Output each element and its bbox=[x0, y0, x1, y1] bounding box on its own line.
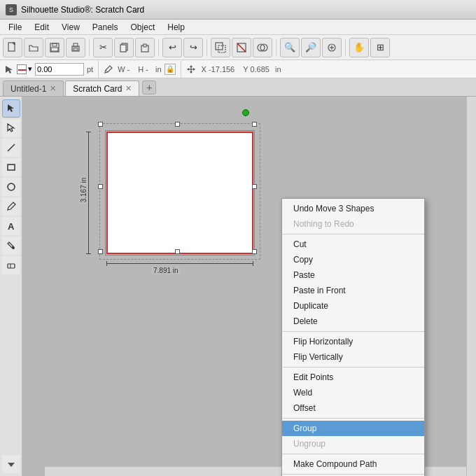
handle-middle-right[interactable] bbox=[252, 184, 257, 189]
zoom-in-button[interactable]: 🔍 bbox=[280, 38, 300, 57]
svg-marker-38 bbox=[8, 463, 15, 467]
svg-text:A: A bbox=[8, 221, 15, 231]
cut-button[interactable]: ✂ bbox=[93, 38, 113, 57]
handle-bottom-right[interactable] bbox=[252, 249, 257, 254]
svg-marker-30 bbox=[8, 124, 14, 132]
svg-marker-27 bbox=[187, 68, 189, 71]
handle-middle-left[interactable] bbox=[98, 184, 103, 189]
transform-button[interactable] bbox=[211, 38, 230, 57]
menu-panels[interactable]: Panels bbox=[87, 21, 124, 34]
selection-box bbox=[99, 123, 260, 260]
paint-tool[interactable] bbox=[2, 237, 20, 255]
right-scrollbar[interactable] bbox=[466, 97, 476, 476]
ctx-separator-9 bbox=[282, 367, 424, 368]
menu-view[interactable]: View bbox=[56, 21, 85, 34]
toolbar-sep-2 bbox=[158, 39, 159, 56]
undo-button[interactable]: ↩ bbox=[162, 38, 182, 57]
print-button[interactable] bbox=[66, 38, 85, 57]
copy-button[interactable] bbox=[114, 38, 134, 57]
handle-top-left[interactable] bbox=[98, 122, 103, 127]
ellipse-tool[interactable] bbox=[2, 178, 20, 196]
pencil-tool[interactable] bbox=[2, 197, 20, 216]
node-tool[interactable] bbox=[2, 119, 20, 137]
scroll-down-tool[interactable] bbox=[2, 455, 20, 473]
line-tool[interactable] bbox=[2, 139, 20, 157]
ctx-item-copy[interactable]: Copy bbox=[282, 252, 424, 267]
rect-tool[interactable] bbox=[2, 158, 20, 176]
svg-marker-29 bbox=[8, 104, 14, 112]
ctx-item-delete[interactable]: Delete bbox=[282, 314, 424, 329]
title-bar-text: Silhouette Studio®: Scratch Card bbox=[21, 5, 144, 15]
zoom-plus-button[interactable]: ⊞ bbox=[370, 38, 390, 57]
menu-help[interactable]: Help bbox=[162, 21, 190, 34]
pencil-icon bbox=[104, 64, 113, 74]
svg-line-15 bbox=[237, 43, 246, 52]
toolbar-transform-group bbox=[211, 38, 272, 57]
stroke-color-box[interactable] bbox=[17, 64, 27, 74]
handle-bottom-left[interactable] bbox=[98, 249, 103, 254]
ctx-item-weld[interactable]: Weld bbox=[282, 385, 424, 400]
ctx-item-undo-move-3-shapes[interactable]: Undo Move 3 Shapes bbox=[282, 201, 424, 216]
menu-object[interactable]: Object bbox=[125, 21, 161, 34]
rotation-handle[interactable] bbox=[242, 109, 249, 116]
zoom-out-button[interactable]: 🔎 bbox=[301, 38, 321, 57]
title-bar: S Silhouette Studio®: Scratch Card bbox=[0, 0, 476, 20]
stroke-dropdown[interactable]: ▾ bbox=[28, 64, 32, 74]
ctx-item-group[interactable]: Group bbox=[282, 421, 424, 436]
ctx-item-cut[interactable]: Cut bbox=[282, 237, 424, 252]
menu-bar: File Edit View Panels Object Help bbox=[0, 20, 476, 35]
ctx-item-edit-points[interactable]: Edit Points bbox=[282, 370, 424, 385]
tab-untitled-close[interactable]: ✕ bbox=[50, 84, 56, 93]
cut-shape-button[interactable] bbox=[232, 38, 251, 57]
stroke-width-input[interactable]: 0.00 bbox=[35, 63, 84, 76]
svg-rect-32 bbox=[8, 164, 15, 170]
tab-untitled-label: Untitled-1 bbox=[10, 84, 46, 94]
stroke-width-value: 0.00 bbox=[37, 65, 52, 74]
tab-untitled[interactable]: Untitled-1 ✕ bbox=[3, 80, 64, 96]
tab-scratch-card-close[interactable]: ✕ bbox=[125, 84, 132, 93]
ctx-item-flip-vertically[interactable]: Flip Vertically bbox=[282, 349, 424, 365]
svg-line-31 bbox=[8, 144, 15, 151]
canvas-area: 3.167 in 7.891 in Undo Move 3 ShapesNoth… bbox=[22, 97, 466, 476]
ctx-item-make-compound-path[interactable]: Make Compound Path bbox=[282, 456, 424, 472]
eraser-tool[interactable] bbox=[2, 256, 20, 274]
redo-button[interactable]: ↪ bbox=[183, 38, 203, 57]
properties-bar: ▾ 0.00 pt W - H - in 🔒 X -17.156 Y 0.685… bbox=[0, 60, 476, 78]
handle-top-middle[interactable] bbox=[175, 122, 180, 127]
svg-marker-21 bbox=[6, 66, 13, 74]
weld-button[interactable] bbox=[253, 38, 272, 57]
select-tool-indicator bbox=[4, 64, 14, 74]
menu-edit[interactable]: Edit bbox=[29, 21, 55, 34]
stroke-unit: pt bbox=[87, 65, 93, 74]
ctx-item-paste-in-front[interactable]: Paste in Front bbox=[282, 283, 424, 298]
save-button[interactable] bbox=[45, 38, 64, 57]
svg-rect-36 bbox=[8, 264, 15, 268]
paste-button[interactable] bbox=[135, 38, 155, 57]
zoom-fit-button[interactable] bbox=[322, 38, 342, 57]
toolbar-zoom-group: 🔍 🔎 bbox=[280, 38, 342, 57]
toolbar-sep-1 bbox=[89, 39, 90, 56]
toolbar: ✂ ↩ ↪ 🔍 🔎 ✋ ⊞ bbox=[0, 35, 476, 60]
handle-top-right[interactable] bbox=[252, 122, 257, 127]
handle-bottom-middle[interactable] bbox=[175, 249, 180, 254]
stroke-color-field: ▾ bbox=[17, 64, 32, 74]
menu-file[interactable]: File bbox=[3, 21, 27, 34]
x-coord: X -17.156 bbox=[202, 65, 235, 74]
svg-rect-13 bbox=[218, 46, 225, 52]
add-tab-button[interactable]: + bbox=[142, 80, 156, 94]
ctx-item-offset[interactable]: Offset bbox=[282, 400, 424, 416]
svg-point-35 bbox=[12, 246, 15, 249]
svg-rect-11 bbox=[144, 44, 146, 47]
new-button[interactable] bbox=[3, 38, 22, 57]
select-tool[interactable] bbox=[2, 99, 20, 118]
ctx-item-duplicate[interactable]: Duplicate bbox=[282, 298, 424, 314]
text-tool[interactable]: A bbox=[2, 217, 20, 235]
measure-arrow-left bbox=[106, 261, 107, 266]
ctx-item-paste[interactable]: Paste bbox=[282, 267, 424, 283]
tab-scratch-card[interactable]: Scratch Card ✕ bbox=[65, 80, 139, 96]
open-button[interactable] bbox=[24, 38, 43, 57]
pan-button[interactable]: ✋ bbox=[349, 38, 369, 57]
ctx-separator-15 bbox=[282, 474, 424, 475]
lock-icon[interactable]: 🔒 bbox=[164, 64, 176, 75]
ctx-item-flip-horizontally[interactable]: Flip Horizontally bbox=[282, 334, 424, 349]
